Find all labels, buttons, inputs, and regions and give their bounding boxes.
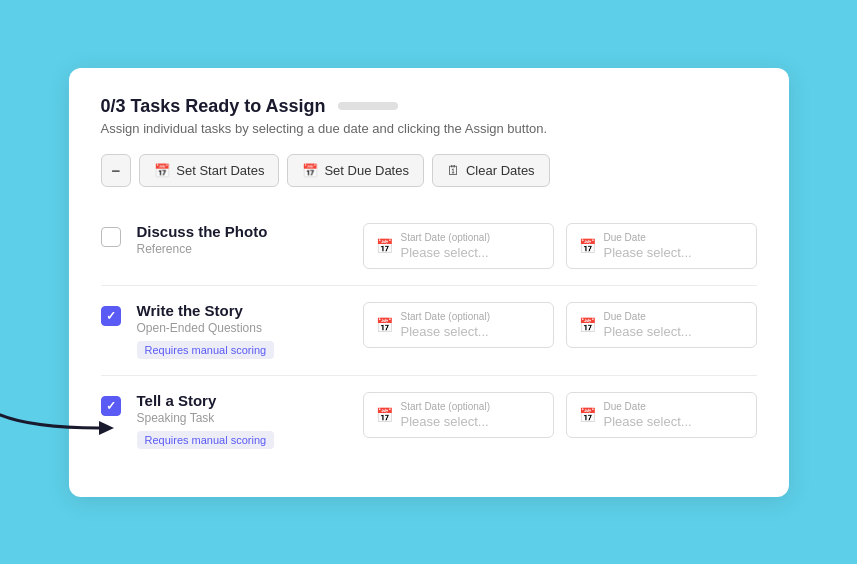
set-start-dates-button[interactable]: 📅 Set Start Dates xyxy=(139,154,279,187)
start-date-placeholder: Please select... xyxy=(401,324,491,339)
task-name-2: Write the Story xyxy=(137,302,347,319)
task-info-3: Tell a StorySpeaking TaskRequires manual… xyxy=(137,392,347,449)
task-type-2: Open-Ended Questions xyxy=(137,321,347,335)
due-date-label: Due Date xyxy=(604,401,692,412)
task-list: Discuss the PhotoReference 📅 Start Date … xyxy=(101,207,757,465)
subtitle: Assign individual tasks by selecting a d… xyxy=(101,121,757,136)
calendar-icon: 📅 xyxy=(376,238,393,254)
start-date-label: Start Date (optional) xyxy=(401,401,491,412)
task-badge-2: Requires manual scoring xyxy=(137,341,275,359)
start-date-inner: Start Date (optional) Please select... xyxy=(401,401,491,429)
due-date-inner: Due Date Please select... xyxy=(604,401,692,429)
main-card: 0/3 Tasks Ready to Assign Assign individ… xyxy=(69,68,789,497)
title-row: 0/3 Tasks Ready to Assign xyxy=(101,96,757,117)
start-date-placeholder: Please select... xyxy=(401,245,491,260)
minus-icon: − xyxy=(112,162,121,179)
start-date-label: Start Date (optional) xyxy=(401,232,491,243)
calendar-icon: 📅 xyxy=(579,407,596,423)
start-date-field-1[interactable]: 📅 Start Date (optional) Please select... xyxy=(363,223,554,269)
due-date-inner: Due Date Please select... xyxy=(604,232,692,260)
set-start-dates-label: Set Start Dates xyxy=(176,163,264,178)
calendar-icon: 📅 xyxy=(376,317,393,333)
due-date-field-2[interactable]: 📅 Due Date Please select... xyxy=(566,302,757,348)
toolbar: − 📅 Set Start Dates 📅 Set Due Dates 🗓 Cl… xyxy=(101,154,757,187)
calendar-start-icon: 📅 xyxy=(154,163,170,178)
page-title: 0/3 Tasks Ready to Assign xyxy=(101,96,326,117)
task-info-2: Write the StoryOpen-Ended QuestionsRequi… xyxy=(137,302,347,359)
set-due-dates-button[interactable]: 📅 Set Due Dates xyxy=(287,154,424,187)
clear-icon: 🗓 xyxy=(447,163,460,178)
set-due-dates-label: Set Due Dates xyxy=(324,163,409,178)
due-date-field-3[interactable]: 📅 Due Date Please select... xyxy=(566,392,757,438)
start-date-label: Start Date (optional) xyxy=(401,311,491,322)
task-dates-3: 📅 Start Date (optional) Please select...… xyxy=(363,392,757,438)
due-date-inner: Due Date Please select... xyxy=(604,311,692,339)
due-date-placeholder: Please select... xyxy=(604,324,692,339)
task-info-1: Discuss the PhotoReference xyxy=(137,223,347,256)
start-date-field-3[interactable]: 📅 Start Date (optional) Please select... xyxy=(363,392,554,438)
task-type-3: Speaking Task xyxy=(137,411,347,425)
start-date-inner: Start Date (optional) Please select... xyxy=(401,232,491,260)
task-dates-2: 📅 Start Date (optional) Please select...… xyxy=(363,302,757,348)
minus-button[interactable]: − xyxy=(101,154,132,187)
task-type-1: Reference xyxy=(137,242,347,256)
task-name-1: Discuss the Photo xyxy=(137,223,347,240)
header-section: 0/3 Tasks Ready to Assign Assign individ… xyxy=(101,96,757,136)
due-date-field-1[interactable]: 📅 Due Date Please select... xyxy=(566,223,757,269)
task-checkbox-1[interactable] xyxy=(101,227,121,247)
task-row: Write the StoryOpen-Ended QuestionsRequi… xyxy=(101,285,757,375)
task-checkbox-3[interactable] xyxy=(101,396,121,416)
calendar-icon: 📅 xyxy=(579,317,596,333)
task-row: Tell a StorySpeaking TaskRequires manual… xyxy=(101,375,757,465)
calendar-due-icon: 📅 xyxy=(302,163,318,178)
progress-bar xyxy=(338,102,398,110)
due-date-label: Due Date xyxy=(604,311,692,322)
clear-dates-label: Clear Dates xyxy=(466,163,535,178)
calendar-icon: 📅 xyxy=(376,407,393,423)
task-checkbox-2[interactable] xyxy=(101,306,121,326)
task-name-3: Tell a Story xyxy=(137,392,347,409)
due-date-placeholder: Please select... xyxy=(604,245,692,260)
start-date-field-2[interactable]: 📅 Start Date (optional) Please select... xyxy=(363,302,554,348)
start-date-placeholder: Please select... xyxy=(401,414,491,429)
start-date-inner: Start Date (optional) Please select... xyxy=(401,311,491,339)
task-dates-1: 📅 Start Date (optional) Please select...… xyxy=(363,223,757,269)
due-date-label: Due Date xyxy=(604,232,692,243)
clear-dates-button[interactable]: 🗓 Clear Dates xyxy=(432,154,550,187)
due-date-placeholder: Please select... xyxy=(604,414,692,429)
task-badge-3: Requires manual scoring xyxy=(137,431,275,449)
calendar-icon: 📅 xyxy=(579,238,596,254)
task-row: Discuss the PhotoReference 📅 Start Date … xyxy=(101,207,757,285)
